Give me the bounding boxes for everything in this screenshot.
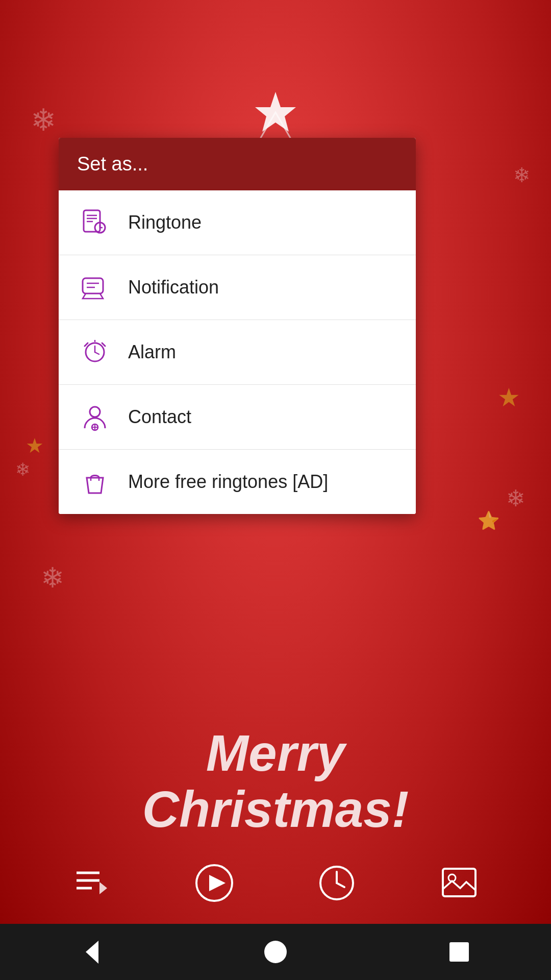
bag-icon [77, 464, 113, 500]
snowflake-deco-5: ❄ [41, 561, 64, 594]
contact-label: Contact [128, 406, 191, 428]
alarm-label: Alarm [128, 341, 176, 363]
image-button[interactable] [434, 857, 485, 909]
star-deco-1: ★ [497, 383, 520, 412]
merry-christmas-text: Merry Christmas! [0, 725, 551, 837]
snowflake-deco-2: ❄ [513, 163, 531, 187]
ringtone-item[interactable]: Ringtone [59, 190, 416, 255]
svg-line-47 [337, 883, 344, 887]
play-button[interactable] [189, 857, 240, 909]
svg-point-35 [90, 407, 100, 417]
contact-item[interactable]: Contact [59, 385, 416, 450]
snowflake-deco-3: ❄ [15, 459, 30, 480]
svg-marker-50 [86, 941, 98, 964]
notification-label: Notification [128, 277, 219, 298]
set-as-dialog: Set as... Ringtone Notifi [59, 138, 416, 514]
star-deco-2: ★ [26, 434, 44, 457]
snowflake-deco-4: ❄ [506, 485, 525, 512]
dialog-title-bar: Set as... [59, 138, 416, 190]
dialog-title: Set as... [77, 153, 397, 175]
nav-recent-button[interactable] [436, 929, 482, 975]
nav-bar [0, 924, 551, 980]
svg-rect-28 [83, 278, 103, 293]
star-deco-3: ⭐ [478, 510, 500, 531]
svg-rect-48 [443, 869, 475, 896]
snowflake-deco: ❄ [31, 102, 56, 138]
alarm-icon [77, 334, 113, 370]
nav-home-button[interactable] [253, 929, 298, 975]
svg-rect-52 [449, 942, 469, 962]
more-ringtones-item[interactable]: More free ringtones [AD] [59, 450, 416, 514]
playlist-button[interactable] [66, 857, 117, 909]
notification-icon [77, 270, 113, 305]
alarm-item[interactable]: Alarm [59, 320, 416, 385]
nav-back-button[interactable] [69, 929, 115, 975]
clock-button[interactable] [311, 857, 362, 909]
svg-point-51 [264, 941, 287, 963]
notification-item[interactable]: Notification [59, 255, 416, 320]
more-ringtones-label: More free ringtones [AD] [128, 471, 328, 493]
contact-icon [77, 399, 113, 435]
svg-line-33 [95, 352, 99, 354]
ringtone-icon [77, 205, 113, 240]
bottom-toolbar [0, 847, 551, 919]
ringtone-label: Ringtone [128, 212, 202, 233]
